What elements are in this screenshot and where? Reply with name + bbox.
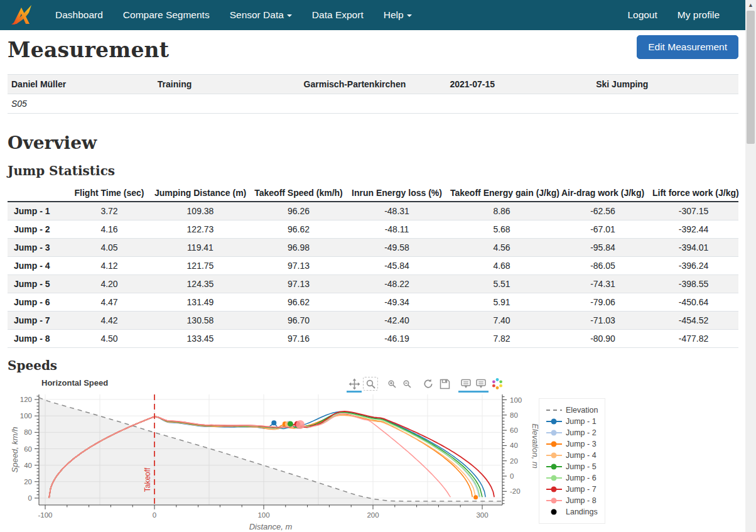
legend-jump-2-label: Jump - 2 [566, 428, 597, 437]
plotly-logo[interactable] [490, 377, 505, 391]
x-tick-label: 200 [367, 511, 379, 519]
legend-landings-label: Landings [566, 508, 598, 516]
stat-value-cell: -42.40 [347, 312, 446, 330]
nav-item-help[interactable]: Help [374, 9, 422, 21]
save-icon[interactable] [437, 377, 452, 391]
stat-value-cell: 4.68 [446, 257, 557, 275]
table-row: Jump - 64.47131.4996.62-49.345.91-79.06-… [8, 293, 738, 312]
chart-title: Horizontal Speed [41, 378, 108, 388]
athlete-name: Daniel Müller [8, 75, 154, 94]
jump-statistics-heading: Jump Statistics [8, 163, 738, 178]
stat-value-cell: -48.31 [347, 202, 446, 220]
jump-row-label: Jump - 1 [8, 202, 68, 220]
segment-row: S05 [8, 94, 738, 114]
jump-row-label: Jump - 8 [8, 330, 68, 348]
pan-icon[interactable] [347, 377, 362, 391]
stat-value-cell: 119.41 [151, 239, 250, 257]
stat-value-cell: 97.13 [250, 275, 347, 293]
stat-value-cell: 96.62 [250, 293, 347, 312]
legend-jump-4[interactable]: Jump - 4 [546, 450, 601, 461]
table-row: Jump - 24.16122.7396.62-48.115.68-67.01-… [8, 220, 738, 239]
hover-compare-icon[interactable] [473, 377, 489, 391]
hover-closest-icon[interactable] [458, 377, 473, 391]
legend-jump-7[interactable]: Jump - 7 [546, 484, 601, 495]
modebar-group-pan [347, 377, 362, 393]
nav-item-data-export[interactable]: Data Export [302, 9, 374, 21]
segment-label: S05 [8, 94, 738, 113]
mountain-logo-icon [9, 4, 33, 26]
x-axis-title: Distance, m [249, 522, 293, 531]
location: Garmisch-Partenkirchen [300, 75, 446, 94]
legend-elevation-swatch [546, 406, 562, 415]
table-header-row: Flight Time (sec)Jumping Distance (m)Tak… [8, 185, 738, 202]
modebar-group-save [437, 377, 452, 393]
stat-value-cell: -80.90 [557, 330, 649, 348]
stat-value-cell: 4.42 [68, 312, 151, 330]
legend-jump-5-swatch [546, 462, 562, 471]
nav-item-dashboard[interactable]: Dashboard [45, 9, 113, 21]
jump-row-label: Jump - 3 [8, 239, 68, 257]
chevron-down-icon [287, 14, 292, 17]
overview-heading: Overview [8, 133, 738, 153]
zoom-box-icon[interactable] [363, 377, 378, 391]
chart-canvas[interactable]: Takeoff-1000100200300020406080100120-200… [8, 376, 610, 532]
stat-value-cell: 133.45 [151, 330, 250, 348]
takeoff-label: Takeoff [143, 467, 152, 492]
edit-measurement-button[interactable]: Edit Measurement [637, 35, 738, 59]
zoom-out-icon[interactable] [399, 377, 414, 391]
legend-landings[interactable]: Landings [546, 506, 601, 518]
scrollbar-thumb[interactable] [747, 11, 755, 144]
legend-jump-5[interactable]: Jump - 5 [546, 461, 601, 472]
legend-jump-3-label: Jump - 3 [566, 440, 597, 448]
stat-value-cell: -307.15 [649, 202, 738, 220]
stop-marker-3 [473, 495, 478, 499]
column-header: Jumping Distance (m) [151, 185, 250, 202]
legend-jump-5-label: Jump - 5 [566, 462, 597, 471]
navbar: DashboardCompare SegmentsSensor DataData… [0, 0, 756, 30]
y-right-tick-label: 40 [510, 442, 518, 449]
legend-jump-1-label: Jump - 1 [566, 417, 597, 426]
column-header: Lift force work (J/kg) [649, 185, 738, 202]
nav-links-right: LogoutMy profile [617, 9, 730, 21]
nav-item-compare-segments[interactable]: Compare Segments [113, 9, 220, 21]
nav-item-my-profile[interactable]: My profile [667, 9, 730, 21]
autoscale-icon[interactable] [421, 377, 436, 391]
stat-value-cell: 96.62 [250, 220, 347, 239]
stat-value-cell: 7.82 [446, 330, 557, 348]
legend-jump-7-swatch [546, 485, 562, 494]
legend-jump-3[interactable]: Jump - 3 [546, 438, 601, 450]
legend-jump-2[interactable]: Jump - 2 [546, 427, 601, 438]
page-scrollbar[interactable]: ▲ [745, 0, 756, 532]
stat-value-cell: 96.70 [250, 312, 347, 330]
table-row: Jump - 13.72109.3896.26-48.318.86-62.56-… [8, 202, 738, 220]
legend-jump-1[interactable]: Jump - 1 [546, 416, 601, 427]
stat-value-cell: 131.49 [151, 293, 250, 312]
legend-jump-8[interactable]: Jump - 8 [546, 495, 601, 506]
scrollbar-up-arrow[interactable]: ▲ [745, 0, 756, 10]
y-left-tick-label: 0 [28, 494, 32, 502]
legend-jump-3-swatch [546, 440, 562, 448]
column-header-empty [8, 185, 68, 202]
legend-elevation[interactable]: Elevation [546, 404, 601, 416]
nav-item-logout[interactable]: Logout [617, 9, 667, 21]
jump-row-label: Jump - 6 [8, 293, 68, 312]
stat-value-cell: -398.55 [649, 275, 738, 293]
stat-value-cell: 8.86 [446, 202, 557, 220]
nav-item-sensor-data[interactable]: Sensor Data [220, 9, 302, 21]
zoom-in-icon[interactable] [384, 377, 399, 391]
legend-jump-1-swatch [546, 417, 562, 426]
y-left-tick-label: 80 [24, 428, 32, 436]
legend-landings-swatch [546, 508, 562, 516]
stat-value-cell: 4.50 [68, 330, 151, 348]
legend-jump-8-swatch [546, 496, 562, 505]
stat-value-cell: 4.56 [446, 239, 557, 257]
y-left-tick-label: 40 [24, 462, 32, 469]
y-left-tick-label: 120 [20, 396, 32, 403]
sport: Ski Jumping [592, 75, 738, 94]
legend-jump-6[interactable]: Jump - 6 [546, 472, 601, 484]
app-logo[interactable] [9, 3, 34, 28]
stat-value-cell: -48.22 [347, 275, 446, 293]
jump-row-label: Jump - 2 [8, 220, 68, 239]
jump-row-label: Jump - 7 [8, 312, 68, 330]
stat-value-cell: -49.58 [347, 239, 446, 257]
